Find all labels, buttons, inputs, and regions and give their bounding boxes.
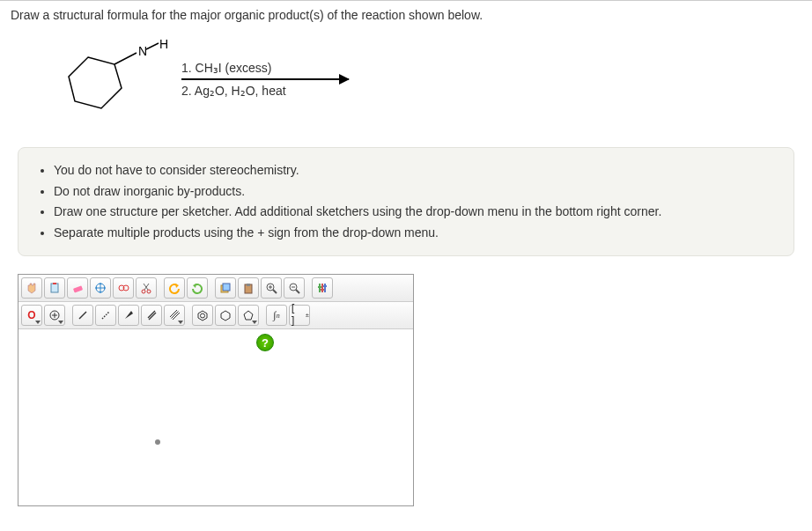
svg-marker-41 [221,311,230,321]
atom-label: O [27,309,35,321]
toolbar-separator [261,305,264,326]
triple-bond-button[interactable] [164,305,185,326]
atom-picker-button[interactable]: O [21,305,42,326]
paste-button[interactable] [238,277,259,299]
svg-rect-26 [321,289,324,291]
hand-tool-button[interactable] [21,277,42,299]
help-button[interactable]: ? [256,334,274,351]
canvas-center-dot [155,439,160,445]
dotted-bond-button[interactable] [95,305,116,326]
svg-rect-2 [73,286,83,293]
toolbar-row-2: O ∫n [ ]± [18,302,413,329]
redo-button[interactable] [187,277,208,299]
svg-line-16 [273,290,277,293]
svg-rect-24 [324,284,326,292]
svg-line-10 [144,284,148,290]
reagents-block: 1. CH₃I (excess) 2. Ag₂O, H₂O, heat [181,59,349,100]
benzene-ring-button[interactable] [192,305,213,326]
svg-point-7 [142,290,145,293]
molecule-sketcher: O ∫n [ ]± ? [18,274,414,506]
toolbar-separator [210,277,213,299]
charge-button[interactable] [44,305,65,326]
toolbar-separator [306,277,310,299]
double-bond-button[interactable] [141,305,162,326]
svg-line-32 [102,312,109,319]
instruction-item: Do not draw inorganic by-products. [54,181,778,203]
copy-special-button[interactable] [215,277,236,299]
view-tool-button[interactable] [113,277,134,299]
svg-point-40 [201,313,205,318]
zoom-out-button[interactable] [284,277,305,299]
svg-line-9 [144,284,149,290]
brackets-button[interactable]: [ ]± [289,305,310,326]
dropdown-caret-icon [58,321,63,324]
reactant-structure: N H [53,40,167,119]
svg-rect-23 [321,284,323,292]
bond-cn [114,53,137,64]
svg-rect-25 [318,286,321,288]
cyclopentane-button[interactable] [238,305,259,326]
single-bond-button[interactable] [72,305,93,326]
question-text: Draw a structural formula for the major … [0,1,812,33]
dropdown-caret-icon [252,321,257,324]
reagent-step-1: 1. CH₃I (excess) [181,59,349,77]
svg-marker-33 [125,311,133,319]
toolbar-separator [67,305,70,326]
cut-button[interactable] [136,277,157,299]
svg-rect-1 [53,283,56,284]
undo-button[interactable] [164,277,185,299]
instruction-item: You do not have to consider stereochemis… [54,160,778,181]
clear-button[interactable] [44,277,65,299]
reaction-arrow [181,78,349,80]
svg-line-20 [296,290,299,293]
curve-arrow-button[interactable]: ∫n [266,305,287,326]
svg-rect-14 [247,284,250,286]
hydrogen-label: H [159,40,167,51]
zoom-in-button[interactable] [261,277,282,299]
instruction-item: Separate multiple products using the + s… [54,223,778,244]
drawing-canvas[interactable]: ? [18,329,413,505]
dropdown-caret-icon [178,321,183,324]
svg-marker-42 [244,311,253,320]
nitrogen-label: N [138,44,147,58]
svg-marker-39 [198,311,207,321]
cyclohexane-button[interactable] [215,305,236,326]
svg-rect-12 [223,284,230,291]
svg-rect-0 [51,284,58,292]
eraser-button[interactable] [67,277,88,299]
reagent-step-2: 2. Ag₂O, H₂O, heat [181,82,349,100]
instructions-panel: You do not have to consider stereochemis… [18,147,794,256]
wedge-bond-button[interactable] [118,305,139,326]
cyclohexane-ring [69,57,122,108]
toolbar-row-1 [18,275,413,302]
svg-line-31 [79,312,86,319]
reaction-scheme: N H 1. CH₃I (excess) 2. Ag₂O, H₂O, heat [0,33,812,136]
svg-rect-27 [323,285,327,287]
move-tool-button[interactable] [90,277,111,299]
dropdown-caret-icon [35,321,41,324]
svg-point-8 [147,290,151,293]
toolbar-separator [187,305,190,326]
toolbar-separator [159,277,162,299]
bond-nh [146,43,159,49]
settings-button[interactable] [312,277,333,299]
instruction-item: Draw one structure per sketcher. Add add… [54,202,778,223]
